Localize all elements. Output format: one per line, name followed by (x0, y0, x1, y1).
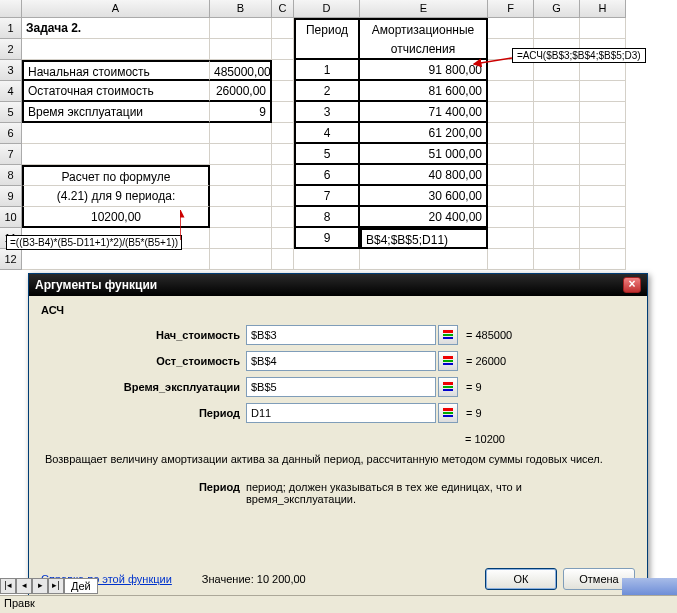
row-1[interactable]: 1 (0, 18, 22, 39)
row-5[interactable]: 5 (0, 102, 22, 123)
function-description: Возвращает величину амортизации актива з… (41, 453, 635, 465)
row-4[interactable]: 4 (0, 81, 22, 102)
first-sheet-icon[interactable]: |◂ (0, 578, 16, 594)
cell-E3[interactable]: 91 800,00 (360, 60, 488, 81)
cell-A3[interactable]: Начальная стоимость (22, 60, 210, 81)
row-3[interactable]: 3 (0, 60, 22, 81)
cell-E2[interactable]: отчисления (360, 39, 488, 60)
arg-input-initial[interactable] (246, 325, 436, 345)
param-description: период; должен указываться в тех же един… (246, 481, 586, 505)
arg-result-initial: = 485000 (466, 329, 512, 341)
col-D[interactable]: D (294, 0, 360, 18)
cell-B3[interactable]: 485000,00 (210, 60, 272, 81)
arg-input-period[interactable] (246, 403, 436, 423)
collapse-dialog-icon[interactable] (438, 325, 458, 345)
col-E[interactable]: E (360, 0, 488, 18)
row-2[interactable]: 2 (0, 39, 22, 60)
cell-E5[interactable]: 71 400,00 (360, 102, 488, 123)
formula-result: = 10200 (41, 433, 635, 445)
column-headers: A B C D E F G H (0, 0, 677, 18)
ok-button[interactable]: ОК (485, 568, 557, 590)
cell-D1[interactable]: Период (294, 18, 360, 39)
active-cell-E11[interactable]: B$4;$B$5;D11) (360, 228, 488, 249)
col-A[interactable]: A (22, 0, 210, 18)
cell-D4[interactable]: 2 (294, 81, 360, 102)
sheet-nav[interactable]: |◂ ◂ ▸ ▸| Дей (0, 577, 98, 595)
dialog-titlebar[interactable]: Аргументы функции × (29, 274, 647, 296)
cell-B4[interactable]: 26000,00 (210, 81, 272, 102)
dialog-title: Аргументы функции (35, 278, 157, 292)
collapse-dialog-icon[interactable] (438, 351, 458, 371)
close-icon[interactable]: × (623, 277, 641, 293)
col-H[interactable]: H (580, 0, 626, 18)
cell-E1[interactable]: Амортизационные (360, 18, 488, 39)
arg-input-residual[interactable] (246, 351, 436, 371)
cell-C1[interactable] (272, 18, 294, 39)
param-name: Период (41, 481, 246, 505)
cell-B1[interactable] (210, 18, 272, 39)
collapse-dialog-icon[interactable] (438, 377, 458, 397)
next-sheet-icon[interactable]: ▸ (32, 578, 48, 594)
scrollbar-track[interactable] (622, 578, 677, 595)
value-label: Значение: 10 200,00 (202, 573, 306, 585)
arg-input-lifetime[interactable] (246, 377, 436, 397)
sheet-tab[interactable]: Дей (64, 578, 98, 594)
col-F[interactable]: F (488, 0, 534, 18)
cell-D2[interactable] (294, 39, 360, 60)
prev-sheet-icon[interactable]: ◂ (16, 578, 32, 594)
last-sheet-icon[interactable]: ▸| (48, 578, 64, 594)
cell-A5[interactable]: Время эксплуатации (22, 102, 210, 123)
select-all-corner[interactable] (0, 0, 22, 18)
cell-D5[interactable]: 3 (294, 102, 360, 123)
cell-A4[interactable]: Остаточная стоимость (22, 81, 210, 102)
cell-D3[interactable]: 1 (294, 60, 360, 81)
spreadsheet-grid[interactable]: A B C D E F G H 1 Задача 2. Период Аморт… (0, 0, 677, 270)
formula-annotation-e3: =АСЧ($B$3;$B$4;$B$5;D3) (512, 48, 646, 63)
function-arguments-dialog[interactable]: Аргументы функции × АСЧ Нач_стоимость = … (28, 273, 648, 599)
function-name: АСЧ (41, 304, 635, 316)
collapse-dialog-icon[interactable] (438, 403, 458, 423)
cell-B5[interactable]: 9 (210, 102, 272, 123)
formula-annotation-a10: =((B3-B4)*(B5-D11+1)*2)/(B5*(B5+1)) (6, 235, 182, 250)
col-C[interactable]: C (272, 0, 294, 18)
arg-label-initial: Нач_стоимость (41, 329, 246, 341)
col-G[interactable]: G (534, 0, 580, 18)
cell-A1[interactable]: Задача 2. (22, 18, 210, 39)
cell-E4[interactable]: 81 600,00 (360, 81, 488, 102)
status-bar: Правк (0, 595, 677, 613)
col-B[interactable]: B (210, 0, 272, 18)
